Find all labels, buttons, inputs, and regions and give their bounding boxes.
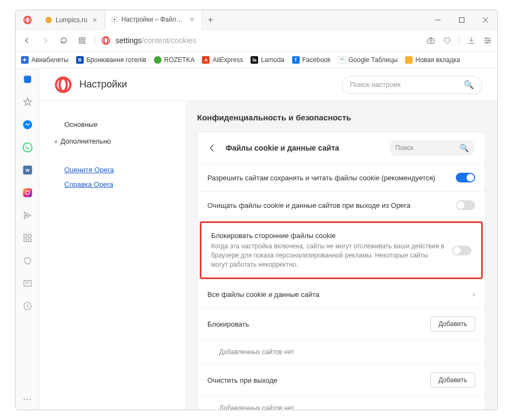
settings-main: Конфиденциальность и безопасность Файлы … [185,101,497,410]
bookmark-item[interactable]: Новая вкладка [405,56,460,64]
settings-header: Настройки Поиск настроек 🔍 [39,69,497,101]
bookmark-item[interactable]: ✈Авиабилеты [21,56,69,64]
svg-point-19 [488,39,490,41]
add-block-button[interactable]: Добавить [430,316,475,331]
gear-icon [111,16,118,23]
svg-point-18 [485,37,487,39]
whatsapp-icon[interactable] [22,142,33,153]
tab-label: Lumpics.ru [56,16,87,24]
instagram-icon[interactable] [22,187,33,198]
clear-empty-text: Добавленных сайтов нет [198,397,485,410]
toggle-allow-cookies[interactable] [456,173,475,182]
new-tab-button[interactable]: + [202,10,219,29]
svg-point-14 [430,39,432,42]
svg-rect-13 [428,38,434,43]
favicon-lumpics [45,16,52,24]
bookmarks-bar: ✈Авиабилеты BБронювання готелів ROZETKA … [16,51,497,69]
row-block-section: Блокировать Добавить [198,308,485,341]
row-all-cookies[interactable]: Все файлы cookie и данные сайта › [198,281,485,308]
extensions-icon[interactable] [22,233,33,243]
opera-menu-icon[interactable] [23,16,32,24]
tab-settings[interactable]: Настройки – Файлы cookie × [105,10,202,30]
svg-rect-32 [28,239,31,242]
toggle-block-third-party[interactable] [452,246,471,255]
opera-badge-icon [102,36,110,45]
settings-nav: Основные Дополнительно Оцените Opera Спр… [39,101,185,410]
snapshot-icon[interactable] [427,36,435,45]
sidebar: w ⋯ [16,69,39,410]
toggle-clear-on-exit[interactable] [456,200,475,210]
nav-basic[interactable]: Основные [55,116,170,133]
nav-advanced[interactable]: Дополнительно [55,133,170,150]
close-button[interactable] [474,10,497,29]
tabs-strip: Lumpics.ru × Настройки – Файлы cookie × … [16,10,426,29]
svg-point-28 [29,190,30,191]
svg-rect-8 [83,37,85,39]
titlebar: Lumpics.ru × Настройки – Файлы cookie × … [16,10,497,30]
heart-icon[interactable] [443,36,451,45]
speed-dial-button[interactable] [76,35,88,46]
nav-rate-opera[interactable]: Оцените Opera [55,162,170,177]
download-icon[interactable] [467,36,476,45]
svg-rect-7 [79,37,82,39]
bookmark-item[interactable]: BБронювання готелів [76,56,146,64]
add-clear-button[interactable]: Добавить [430,372,475,388]
bookmark-item[interactable]: Google Таблицы [338,56,397,64]
svg-rect-21 [24,76,31,83]
bookmark-item[interactable]: laLamoda [251,56,284,64]
window-controls [426,10,497,29]
search-settings-input[interactable]: Поиск настроек 🔍 [342,76,482,94]
vk-icon[interactable]: w [22,165,33,175]
sidebar-more-icon[interactable]: ⋯ [22,394,33,404]
back-arrow-icon[interactable] [207,143,217,153]
maximize-button[interactable] [450,10,474,29]
row-allow-cookies: Разрешить сайтам сохранять и читать файл… [198,164,485,192]
row-block-third-party: Блокировать сторонние файлы cookie Когда… [200,221,483,279]
flow-icon[interactable] [22,210,33,221]
messenger-icon[interactable] [22,119,33,130]
search-icon: 🔍 [460,144,469,152]
svg-text:w: w [25,167,30,173]
home-icon[interactable] [22,74,33,85]
svg-point-38 [59,78,66,91]
svg-point-1 [26,17,30,23]
search-icon: 🔍 [464,80,474,90]
bookmark-item[interactable]: fFacebook [292,56,331,64]
svg-rect-30 [28,234,31,237]
row-clear-on-exit: Очищать файлы cookie и данные сайтов при… [198,192,485,219]
bookmark-item[interactable]: ROZETKA [154,56,195,64]
tab-label: Настройки – Файлы cookie [122,16,185,23]
svg-rect-29 [24,234,26,237]
tab-lumpics[interactable]: Lumpics.ru × [39,10,105,29]
easy-setup-icon[interactable] [483,36,492,45]
heart-sidebar-icon[interactable] [22,255,33,266]
row-description: Когда эта настройка включена, сайты не м… [211,242,444,269]
search-placeholder: Поиск настроек [350,80,401,89]
nav-help-opera[interactable]: Справка Opera [55,177,170,192]
history-icon[interactable] [22,301,33,311]
card-search-input[interactable]: Поиск 🔍 [389,140,475,156]
back-button[interactable] [21,35,33,46]
url-text: settings/content/cookies [116,36,196,45]
url-field[interactable]: settings/content/cookies [102,36,420,45]
section-title: Конфиденциальность и безопасность [197,113,485,122]
svg-rect-26 [23,188,32,198]
row-clear-exit-section: Очистить при выходе Добавить [198,364,485,397]
close-icon[interactable]: × [91,16,99,24]
news-icon[interactable] [22,278,33,289]
minimize-button[interactable] [426,10,450,29]
reload-button[interactable] [58,35,70,46]
cookies-card: Файлы cookie и данные сайта Поиск 🔍 Разр… [197,132,485,410]
forward-button[interactable] [39,35,51,46]
row-title: Блокировать сторонние файлы cookie [211,232,444,240]
svg-rect-33 [24,281,31,287]
block-empty-text: Добавленных сайтов нет [198,341,485,364]
page-title: Настройки [79,79,127,90]
bookmark-item[interactable]: AAliExpress [202,56,243,64]
svg-point-11 [102,37,109,44]
svg-point-23 [23,143,32,152]
svg-point-2 [113,18,116,21]
svg-rect-10 [83,41,85,43]
star-icon[interactable] [22,97,33,107]
close-icon[interactable]: × [188,15,197,24]
